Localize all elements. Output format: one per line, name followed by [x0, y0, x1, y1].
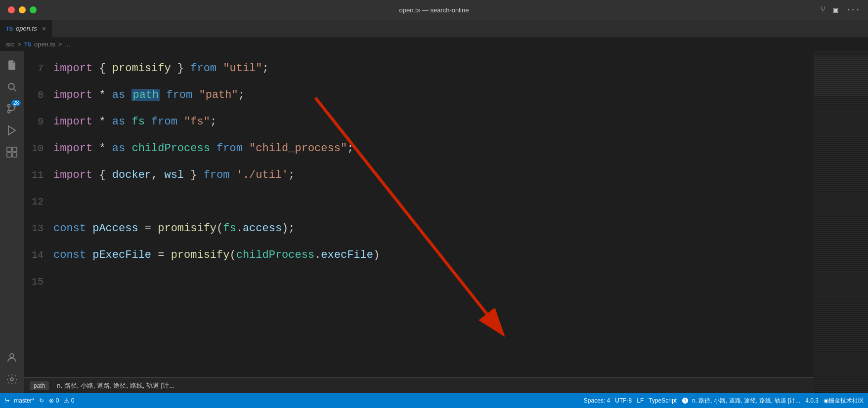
- svg-point-14: [10, 354, 14, 358]
- line-number: 9: [24, 109, 53, 135]
- token-punct: [160, 89, 166, 101]
- breadcrumb-src[interactable]: src: [6, 41, 14, 48]
- token-punct: (: [229, 249, 236, 261]
- code-editor[interactable]: 7import { promisify } from "util";8impor…: [24, 51, 814, 299]
- breadcrumb-filename[interactable]: open.ts: [34, 41, 55, 48]
- files-icon[interactable]: [2, 55, 22, 75]
- token-punct: [177, 116, 184, 128]
- git-branch[interactable]: master*: [4, 397, 34, 404]
- token-str: "fs": [184, 116, 210, 128]
- breadcrumb-sep2: >: [58, 41, 62, 48]
- window-title: open.ts — search-online: [399, 6, 469, 14]
- warnings-count[interactable]: ⚠ 0: [64, 397, 74, 404]
- tab-bar: TS open.ts ×: [0, 20, 868, 38]
- token-punct: [125, 142, 131, 155]
- token-kw2: const: [53, 249, 86, 261]
- token-fn: promisify: [171, 249, 230, 261]
- tooltip-status[interactable]: n. 路径, 小路, 道路, 途径, 路线, 轨道 [计...: [682, 397, 800, 405]
- line-number: 8: [24, 82, 53, 109]
- code-line-15: 15: [24, 269, 814, 295]
- line-content[interactable]: import * as fs from "fs";: [53, 109, 814, 135]
- token-var: childProcess: [236, 249, 314, 261]
- token-var2: execFile: [321, 249, 373, 261]
- token-punct: [229, 169, 236, 181]
- minimize-button[interactable]: [19, 6, 26, 13]
- sync-icon[interactable]: ↻: [39, 397, 44, 404]
- token-kw: import: [53, 142, 92, 155]
- source-control-icon[interactable]: 28: [2, 99, 22, 119]
- token-punct: [145, 116, 151, 128]
- line-content[interactable]: import * as path from "path";: [53, 82, 814, 109]
- token-kw2: from: [217, 142, 243, 155]
- token-kw2: as: [112, 142, 125, 155]
- svg-point-6: [8, 111, 10, 113]
- token-punct: [86, 222, 92, 235]
- minimap[interactable]: [814, 51, 868, 393]
- minimap-content: [814, 51, 868, 393]
- line-content[interactable]: import { promisify } from "util";: [53, 55, 814, 82]
- line-content[interactable]: const pExecFile = promisify(childProcess…: [53, 242, 814, 269]
- token-punct: [192, 89, 199, 101]
- source-control-icon[interactable]: ⑂: [821, 5, 825, 14]
- line-content[interactable]: import * as childProcess from "child_pro…: [53, 135, 814, 162]
- tooltip-description: n. 路径, 小路, 道路, 途径, 路线, 轨道 [计...: [57, 381, 174, 390]
- activity-bar-bottom: [2, 348, 22, 393]
- code-line-11: 11import { docker, wsl } from './util';: [24, 162, 814, 189]
- token-fn: promisify: [158, 222, 217, 235]
- token-var: path: [131, 89, 160, 101]
- account-icon[interactable]: [2, 348, 22, 367]
- encoding-setting[interactable]: UTF-8: [615, 397, 632, 404]
- tooltip-content: path n. 路径, 小路, 道路, 途径, 路线, 轨道 [计...: [30, 381, 174, 390]
- line-number: 13: [24, 215, 53, 242]
- tab-filename: open.ts: [16, 25, 37, 32]
- line-number: 11: [24, 162, 53, 189]
- editor-area[interactable]: 7import { promisify } from "util";8impor…: [24, 51, 814, 393]
- token-punct: {: [92, 62, 112, 75]
- search-icon[interactable]: [2, 77, 22, 97]
- token-punct: ): [373, 249, 380, 261]
- tab-close-button[interactable]: ×: [42, 25, 46, 33]
- source-control-badge: 28: [11, 100, 21, 106]
- maximize-button[interactable]: [30, 6, 37, 13]
- svg-rect-10: [7, 147, 11, 152]
- layout-icon[interactable]: ▣: [833, 5, 838, 15]
- breadcrumb-more[interactable]: ...: [65, 41, 70, 48]
- version-info[interactable]: 4.0.3: [805, 397, 819, 404]
- community-link[interactable]: ◉掘金技术社区: [824, 397, 864, 405]
- code-line-8: 8import * as path from "path";: [24, 82, 814, 109]
- breadcrumb-ts-badge: TS: [24, 41, 31, 47]
- svg-rect-0: [9, 61, 13, 62]
- token-punct: ;: [238, 89, 245, 101]
- token-punct: ;: [288, 169, 295, 181]
- run-debug-icon[interactable]: [2, 121, 22, 140]
- token-kw: import: [53, 169, 92, 181]
- token-str: "path": [199, 89, 238, 101]
- line-content[interactable]: import { docker, wsl } from './util';: [53, 162, 814, 189]
- minimap-slider[interactable]: [814, 56, 868, 96]
- token-punct: [125, 116, 131, 128]
- status-right: Spaces: 4 UTF-8 LF TypeScript n. 路径, 小路,…: [584, 397, 864, 405]
- more-actions-icon[interactable]: ···: [846, 5, 860, 14]
- token-punct: =: [138, 222, 158, 235]
- errors-count[interactable]: ⊗ 0: [49, 397, 59, 404]
- ts-badge: TS: [6, 26, 13, 32]
- language-setting[interactable]: TypeScript: [649, 397, 677, 404]
- main-layout: 28: [0, 51, 868, 393]
- token-kw2: from: [190, 62, 217, 75]
- settings-icon[interactable]: [2, 369, 22, 389]
- extensions-icon[interactable]: [2, 142, 22, 162]
- code-line-13: 13const pAccess = promisify(fs.access);: [24, 215, 814, 242]
- close-button[interactable]: [8, 6, 15, 13]
- token-kw2: from: [166, 89, 192, 101]
- spaces-setting[interactable]: Spaces: 4: [584, 397, 610, 404]
- code-line-12: 12: [24, 189, 814, 215]
- warnings-label: ⚠ 0: [64, 397, 74, 404]
- branch-name: master*: [14, 397, 34, 404]
- line-ending-setting[interactable]: LF: [637, 397, 644, 404]
- line-content[interactable]: const pAccess = promisify(fs.access);: [53, 215, 814, 242]
- tab-open-ts[interactable]: TS open.ts ×: [0, 20, 52, 38]
- svg-rect-13: [12, 153, 17, 157]
- token-var: fs: [131, 116, 144, 128]
- token-kw2: const: [53, 222, 86, 235]
- token-kw: import: [53, 89, 92, 101]
